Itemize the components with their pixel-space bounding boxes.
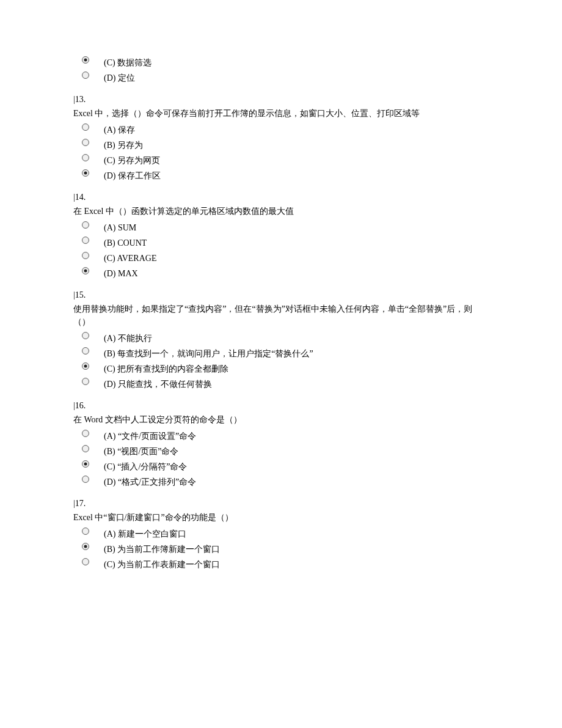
radio-button[interactable] bbox=[73, 153, 104, 161]
question-12-partial-options: (C) 数据筛选 (D) 定位 bbox=[73, 55, 489, 84]
question-17: |17. Excel 中“窗口/新建窗口”命令的功能是（） (A) 新建一个空白… bbox=[73, 497, 489, 571]
option-label: (B) COUNT bbox=[104, 235, 147, 249]
radio-button[interactable] bbox=[73, 377, 104, 385]
radio-unchecked-icon bbox=[82, 221, 89, 229]
radio-checked-icon bbox=[82, 169, 89, 177]
option-row: (D) 保存工作区 bbox=[73, 168, 489, 182]
radio-button[interactable] bbox=[73, 444, 104, 452]
option-row: (A) 保存 bbox=[73, 122, 489, 136]
question-number: |13. bbox=[73, 95, 86, 104]
option-row: (B) 每查找到一个，就询问用户，让用户指定“替换什么” bbox=[73, 346, 489, 360]
radio-button[interactable] bbox=[73, 526, 104, 535]
radio-unchecked-icon bbox=[82, 123, 89, 131]
radio-button[interactable] bbox=[73, 331, 104, 339]
option-label: (D) 只能查找，不做任何替换 bbox=[104, 377, 212, 391]
option-row: (C) 数据筛选 bbox=[73, 55, 489, 69]
radio-unchecked-icon bbox=[82, 476, 89, 483]
question-number: |15. bbox=[73, 290, 86, 300]
radio-button[interactable] bbox=[73, 138, 104, 146]
option-row: (A) 不能执行 bbox=[73, 331, 489, 345]
radio-button[interactable] bbox=[73, 122, 104, 131]
option-label: (A) SUM bbox=[104, 220, 136, 234]
option-label: (D) MAX bbox=[104, 266, 138, 280]
option-row: (B) 另存为 bbox=[73, 138, 489, 152]
question-text: 在 Excel 中（）函数计算选定的单元格区域内数值的最大值 bbox=[73, 205, 489, 218]
option-label: (A) “文件/页面设置”命令 bbox=[104, 428, 196, 443]
option-label: (B) 另存为 bbox=[104, 138, 143, 152]
radio-unchecked-icon bbox=[82, 430, 89, 437]
option-label: (C) “插入/分隔符”命令 bbox=[104, 459, 187, 473]
option-label: (C) 数据筛选 bbox=[104, 55, 151, 69]
option-row: (C) 把所有查找到的内容全都删除 bbox=[73, 361, 489, 375]
option-row: (A) “文件/页面设置”命令 bbox=[73, 428, 489, 443]
question-text: 使用替换功能时，如果指定了“查找内容”，但在“替换为”对话框中未输入任何内容，单… bbox=[73, 303, 489, 328]
question-14: |14. 在 Excel 中（）函数计算选定的单元格区域内数值的最大值 (A) … bbox=[73, 191, 489, 280]
option-row: (A) SUM bbox=[73, 220, 489, 234]
option-row: (D) 只能查找，不做任何替换 bbox=[73, 377, 489, 391]
question-header: |14. bbox=[73, 191, 489, 204]
radio-button[interactable] bbox=[73, 55, 104, 64]
question-15: |15. 使用替换功能时，如果指定了“查找内容”，但在“替换为”对话框中未输入任… bbox=[73, 289, 489, 391]
radio-checked-icon bbox=[82, 460, 89, 468]
question-number: |17. bbox=[73, 499, 86, 508]
option-label: (A) 新建一个空白窗口 bbox=[104, 526, 186, 540]
option-row: (B) COUNT bbox=[73, 235, 489, 249]
radio-button[interactable] bbox=[73, 557, 104, 565]
question-header: |13. bbox=[73, 93, 489, 106]
radio-unchecked-icon bbox=[82, 332, 89, 339]
radio-unchecked-icon bbox=[82, 445, 89, 452]
option-row: (A) 新建一个空白窗口 bbox=[73, 526, 489, 540]
option-row: (B) 为当前工作簿新建一个窗口 bbox=[73, 542, 489, 556]
question-16: |16. 在 Word 文档中人工设定分页符的命令是（） (A) “文件/页面设… bbox=[73, 399, 489, 488]
question-header: |16. bbox=[73, 399, 489, 412]
options-list: (A) 新建一个空白窗口 (B) 为当前工作簿新建一个窗口 (C) 为当前工作表… bbox=[73, 526, 489, 571]
question-13: |13. Excel 中，选择（）命令可保存当前打开工作簿的显示信息，如窗口大小… bbox=[73, 93, 489, 182]
radio-button[interactable] bbox=[73, 266, 104, 274]
option-label: (C) 为当前工作表新建一个窗口 bbox=[104, 557, 220, 571]
radio-button[interactable] bbox=[73, 251, 104, 259]
radio-unchecked-icon bbox=[82, 154, 89, 161]
radio-button[interactable] bbox=[73, 459, 104, 468]
radio-button[interactable] bbox=[73, 220, 104, 229]
question-text: Excel 中“窗口/新建窗口”命令的功能是（） bbox=[73, 511, 489, 524]
option-label: (D) 定位 bbox=[104, 70, 135, 84]
radio-unchecked-icon bbox=[82, 378, 89, 385]
radio-button[interactable] bbox=[73, 542, 104, 550]
question-number: |16. bbox=[73, 401, 86, 410]
option-row: (C) 为当前工作表新建一个窗口 bbox=[73, 557, 489, 571]
radio-button[interactable] bbox=[73, 474, 104, 483]
option-row: (D) MAX bbox=[73, 266, 489, 280]
radio-unchecked-icon bbox=[82, 237, 89, 244]
question-number: |14. bbox=[73, 193, 86, 202]
option-label: (A) 不能执行 bbox=[104, 331, 152, 345]
radio-checked-icon bbox=[82, 543, 89, 550]
option-row: (C) AVERAGE bbox=[73, 251, 489, 265]
question-text: Excel 中，选择（）命令可保存当前打开工作簿的显示信息，如窗口大小、位置、打… bbox=[73, 107, 489, 120]
radio-button[interactable] bbox=[73, 346, 104, 355]
radio-checked-icon bbox=[82, 267, 89, 274]
options-list: (A) 不能执行 (B) 每查找到一个，就询问用户，让用户指定“替换什么” (C… bbox=[73, 331, 489, 391]
options-list: (A) 保存 (B) 另存为 (C) 另存为网页 (D) 保存工作区 bbox=[73, 122, 489, 182]
radio-button[interactable] bbox=[73, 361, 104, 370]
radio-button[interactable] bbox=[73, 428, 104, 437]
option-row: (C) “插入/分隔符”命令 bbox=[73, 459, 489, 473]
option-label: (B) “视图/页面”命令 bbox=[104, 444, 178, 458]
radio-unchecked-icon bbox=[82, 72, 89, 79]
radio-button[interactable] bbox=[73, 235, 104, 244]
option-label: (B) 每查找到一个，就询问用户，让用户指定“替换什么” bbox=[104, 346, 313, 360]
radio-button[interactable] bbox=[73, 168, 104, 177]
radio-unchecked-icon bbox=[82, 139, 89, 146]
radio-checked-icon bbox=[82, 56, 89, 64]
option-label: (B) 为当前工作簿新建一个窗口 bbox=[104, 542, 220, 556]
option-label: (D) 保存工作区 bbox=[104, 168, 161, 182]
radio-button[interactable] bbox=[73, 70, 104, 79]
option-row: (B) “视图/页面”命令 bbox=[73, 444, 489, 458]
radio-unchecked-icon bbox=[82, 347, 89, 355]
options-list: (A) SUM (B) COUNT (C) AVERAGE (D) MAX bbox=[73, 220, 489, 280]
options-list: (A) “文件/页面设置”命令 (B) “视图/页面”命令 (C) “插入/分隔… bbox=[73, 428, 489, 488]
option-row: (D) 定位 bbox=[73, 70, 489, 84]
page-content: (C) 数据筛选 (D) 定位 |13. Excel 中，选择（）命令可保存当前… bbox=[0, 0, 562, 641]
option-label: (C) 另存为网页 bbox=[104, 153, 160, 167]
radio-unchecked-icon bbox=[82, 558, 89, 565]
question-header: |15. bbox=[73, 289, 489, 301]
